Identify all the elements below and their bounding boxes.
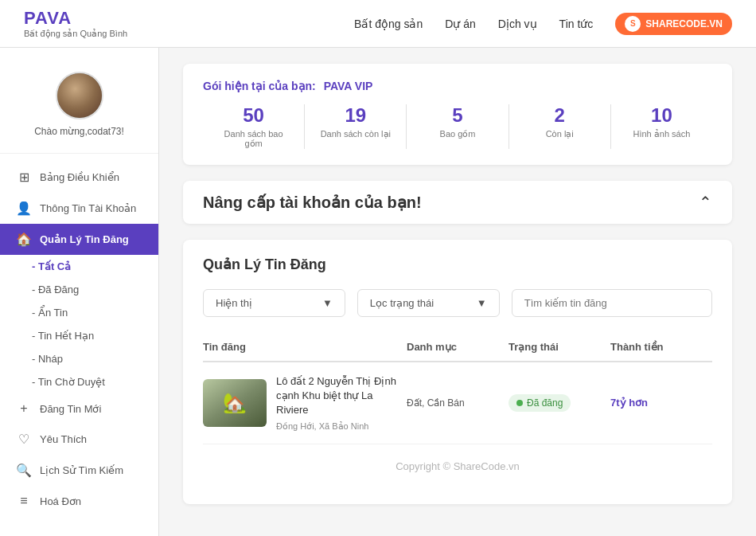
table-row: 🏡 Lô đất 2 Nguyễn Thị Định cạnh Khu biệt… <box>203 362 712 444</box>
sidebar-label-quan-ly: Quản Lý Tin Đăng <box>40 233 129 245</box>
filter-status-label: Lọc trạng thái <box>370 297 434 309</box>
header: PAVA Bất động sản Quảng Bình Bất động sả… <box>0 0 756 48</box>
invoice-icon: ≡ <box>16 494 32 508</box>
filter-display-label: Hiện thị <box>216 297 252 309</box>
upgrade-section[interactable]: Nâng cấp tài khoản của bạn! ⌃ <box>183 181 732 224</box>
post-title: Lô đất 2 Nguyễn Thị Định cạnh Khu biệt t… <box>276 374 407 418</box>
post-thumbnail: 🏡 <box>203 379 267 427</box>
sidebar: Chào mừng,codat73! ⊞ Bảng Điều Khiển 👤 T… <box>0 48 159 536</box>
sub-label-tat-ca: - Tất Cả <box>32 260 71 272</box>
nav-links: Bất động sản Dự án Dịch vụ Tin tức S SHA… <box>354 13 732 35</box>
status-label: Đã đăng <box>527 397 563 409</box>
dashboard-icon: ⊞ <box>16 170 32 185</box>
posts-title: Quản Lý Tin Đăng <box>203 256 712 273</box>
posts-section: Quản Lý Tin Đăng Hiện thị ▼ Lọc trạng th… <box>183 240 732 504</box>
heart-icon: ♡ <box>16 432 32 447</box>
sidebar-item-bang-dieu-khien[interactable]: ⊞ Bảng Điều Khiển <box>0 162 158 193</box>
sidebar-item-yeu-thich[interactable]: ♡ Yêu Thích <box>0 424 158 455</box>
package-title: Gói hiện tại của bạn: PAVA VIP <box>203 80 712 92</box>
stat-label-0: Danh sách bao gồm <box>215 129 292 149</box>
sharecode-label: SHARECODE.VN <box>645 18 723 29</box>
header-tin-dang: Tin đăng <box>203 341 407 353</box>
stat-number-2: 5 <box>419 104 496 127</box>
nav-tin-tuc[interactable]: Tin tức <box>559 18 594 30</box>
package-name: PAVA VIP <box>324 80 373 92</box>
post-tin-dang: 🏡 Lô đất 2 Nguyễn Thị Định cạnh Khu biệt… <box>203 374 407 432</box>
post-info: Lô đất 2 Nguyễn Thị Định cạnh Khu biệt t… <box>276 374 407 432</box>
post-location: Đồng Hới, Xã Bảo Ninh <box>276 421 407 432</box>
thumbnail-image: 🏡 <box>203 379 267 427</box>
sharecode-icon: S <box>625 16 641 32</box>
status-dot <box>516 400 523 406</box>
chevron-down-icon: ▼ <box>322 297 333 309</box>
search-icon: 🔍 <box>16 463 32 478</box>
sidebar-item-dang-tin-moi[interactable]: + Đăng Tin Mới <box>0 393 158 424</box>
stat-label-1: Danh sách còn lại <box>317 129 394 139</box>
sidebar-item-lich-su[interactable]: 🔍 Lịch Sử Tìm Kiếm <box>0 455 158 486</box>
sidebar-item-thong-tin[interactable]: 👤 Thông Tin Tài Khoản <box>0 193 158 224</box>
sidebar-label-thong-tin: Thông Tin Tài Khoản <box>40 202 136 214</box>
stat-number-3: 2 <box>521 104 598 127</box>
sub-item-da-dang[interactable]: - Đã Đăng <box>0 278 158 301</box>
sidebar-label-dang-tin-moi: Đăng Tin Mới <box>40 403 101 415</box>
sub-item-tat-ca[interactable]: - Tất Cả <box>0 255 158 278</box>
post-category: Đất, Cần Bán <box>407 397 509 409</box>
avatar <box>56 72 103 119</box>
welcome-text: Chào mừng,codat73! <box>34 126 124 137</box>
nav-du-an[interactable]: Dự án <box>445 18 476 30</box>
filters: Hiện thị ▼ Lọc trạng thái ▼ <box>203 289 712 317</box>
sub-item-cho-duyet[interactable]: - Tin Chờ Duyệt <box>0 370 158 393</box>
package-prefix: Gói hiện tại của bạn: <box>203 80 316 92</box>
nav-bat-dong-san[interactable]: Bất động sản <box>354 18 423 30</box>
sub-label-cho-duyet: - Tin Chờ Duyệt <box>32 376 105 388</box>
stat-label-2: Bao gồm <box>419 129 496 139</box>
logo-area: PAVA Bất động sản Quảng Bình <box>24 8 127 39</box>
stat-label-3: Còn lại <box>521 129 598 139</box>
home-icon: 🏠 <box>16 232 32 247</box>
logo-text: PAVA <box>24 8 127 29</box>
stat-19: 19 Danh sách còn lại <box>305 104 407 149</box>
sidebar-label-bang-dieu-khien: Bảng Điều Khiển <box>40 171 119 183</box>
package-stats: 50 Danh sách bao gồm 19 Danh sách còn lạ… <box>203 104 712 149</box>
filter-status[interactable]: Lọc trạng thái ▼ <box>357 289 500 317</box>
sub-item-an-tin[interactable]: - Ẩn Tin <box>0 301 158 324</box>
sidebar-item-hoa-don[interactable]: ≡ Hoá Đơn <box>0 486 158 516</box>
watermark: Copyright © ShareCode.vn <box>203 444 712 488</box>
stat-2: 2 Còn lại <box>509 104 611 149</box>
chevron-down-icon-2: ▼ <box>477 297 487 309</box>
stat-50: 50 Danh sách bao gồm <box>203 104 305 149</box>
stat-10: 10 Hình ảnh sách <box>611 104 712 149</box>
sub-label-da-dang: - Đã Đăng <box>32 284 79 295</box>
plus-icon: + <box>16 401 32 416</box>
sub-label-an-tin: - Ẩn Tin <box>32 307 68 319</box>
sidebar-label-hoa-don: Hoá Đơn <box>40 495 81 507</box>
status-badge: Đã đăng <box>509 394 571 412</box>
user-avatar-section: Chào mừng,codat73! <box>0 64 158 154</box>
layout: Chào mừng,codat73! ⊞ Bảng Điều Khiển 👤 T… <box>0 48 756 536</box>
nav-dich-vu[interactable]: Dịch vụ <box>498 18 537 30</box>
header-thanh-tien: Thành tiền <box>610 341 712 353</box>
stat-label-4: Hình ảnh sách <box>623 129 700 139</box>
search-input[interactable] <box>512 289 712 317</box>
sidebar-item-quan-ly[interactable]: 🏠 Quản Lý Tin Đăng <box>0 224 158 255</box>
sub-item-nhap[interactable]: - Nháp <box>0 347 158 370</box>
filter-display[interactable]: Hiện thị ▼ <box>203 289 345 317</box>
logo-sub: Bất động sản Quảng Bình <box>24 29 127 39</box>
stat-number-0: 50 <box>215 104 292 127</box>
post-price: 7tỷ hơn <box>610 397 712 409</box>
table-header: Tin đăng Danh mục Trạng thái Thành tiền <box>203 333 712 362</box>
stat-number-1: 19 <box>317 104 394 127</box>
avatar-image <box>57 73 102 118</box>
stat-number-4: 10 <box>623 104 700 127</box>
sub-label-het-han: - Tin Hết Hạn <box>32 330 94 342</box>
header-trang-thai: Trạng thái <box>509 341 610 353</box>
main-content: Gói hiện tại của bạn: PAVA VIP 50 Danh s… <box>159 48 756 536</box>
sidebar-menu: ⊞ Bảng Điều Khiển 👤 Thông Tin Tài Khoản … <box>0 154 158 524</box>
sharecode-badge[interactable]: S SHARECODE.VN <box>615 13 732 35</box>
sub-item-het-han[interactable]: - Tin Hết Hạn <box>0 324 158 347</box>
post-status-col: Đã đăng <box>509 394 610 412</box>
sub-label-nhap: - Nháp <box>32 353 63 365</box>
stat-5: 5 Bao gồm <box>407 104 509 149</box>
sidebar-label-yeu-thich: Yêu Thích <box>40 433 87 445</box>
header-danh-muc: Danh mục <box>407 341 509 353</box>
